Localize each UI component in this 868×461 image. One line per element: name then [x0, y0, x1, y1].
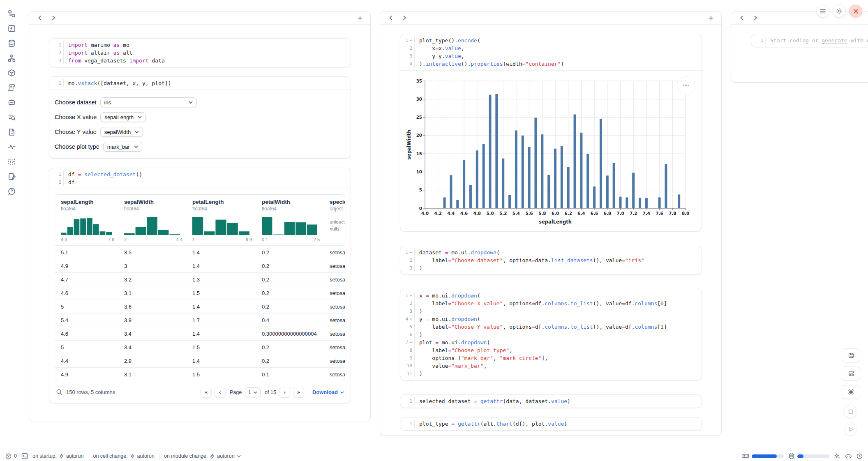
- runtime-status-button[interactable]: [856, 453, 863, 459]
- stop-button[interactable]: [844, 405, 857, 418]
- line-number: 1: [400, 37, 414, 44]
- line-number: 7: [400, 339, 414, 346]
- first-page-button[interactable]: «: [201, 387, 212, 398]
- snippets-icon[interactable]: [7, 157, 16, 166]
- collapse-right-icon[interactable]: [399, 13, 410, 23]
- code-line: 9 options=["mark_bar", "mark_circle"],: [400, 354, 702, 362]
- activity-icon[interactable]: [7, 142, 16, 151]
- chart-options-button[interactable]: [677, 76, 695, 95]
- copilot-button[interactable]: [845, 454, 852, 459]
- run-button[interactable]: [844, 422, 857, 436]
- close-button[interactable]: [849, 5, 862, 18]
- code-line: 1selected_dataset = getattr(data, datase…: [400, 397, 702, 405]
- collapse-left-icon[interactable]: [34, 13, 45, 23]
- fold-chevron-icon[interactable]: [409, 341, 412, 343]
- fold-chevron-icon[interactable]: [409, 295, 412, 297]
- save-button[interactable]: [842, 348, 860, 362]
- code-editor[interactable]: 1mo.vstack([dataset, x, y, plot]): [49, 77, 351, 90]
- page-select[interactable]: 1: [245, 387, 261, 397]
- fold-chevron-icon[interactable]: [409, 39, 412, 41]
- dataframe-table: sepalLengthfloat644.37.9sepalWidthfloat6…: [55, 194, 345, 381]
- line-number: 1: [400, 292, 414, 300]
- collapse-left-icon[interactable]: [736, 13, 747, 23]
- function-icon[interactable]: [7, 24, 16, 33]
- table-cell: 3.2: [118, 277, 187, 283]
- code-line: 3from vega_datasets import data: [49, 57, 351, 65]
- dropdown[interactable]: iris: [100, 97, 197, 107]
- line-number: 1: [400, 397, 414, 405]
- altair-chart[interactable]: 4.04.24.44.64.85.05.25.45.65.86.06.26.46…: [406, 76, 694, 227]
- cell-chart: 1plot_type().encode(2 x=x.value,3 y=y.va…: [400, 34, 702, 232]
- column-histogram: [262, 216, 317, 235]
- table-cell: 3.6: [118, 304, 187, 310]
- code-text: y = mo.ui.dropdown(: [414, 315, 702, 323]
- collapse-left-icon[interactable]: [385, 13, 396, 23]
- add-column-icon[interactable]: [706, 13, 716, 23]
- code-line: 3): [400, 264, 702, 272]
- fold-chevron-icon[interactable]: [409, 251, 412, 254]
- code-editor[interactable]: 1plot_type = getattr(alt.Chart(df), plot…: [400, 417, 702, 430]
- column-header[interactable]: sepalWidthfloat6424.4: [118, 195, 187, 245]
- code-editor[interactable]: 1df = selected_dataset()2df: [49, 168, 351, 189]
- keyboard-shortcuts-button[interactable]: ⌘: [842, 385, 860, 399]
- svg-text:5.4: 5.4: [512, 211, 520, 216]
- prev-page-button[interactable]: ‹: [215, 387, 226, 398]
- dropdown[interactable]: sepalLength: [100, 112, 146, 122]
- line-number: 2: [49, 178, 63, 186]
- code-editor[interactable]: 1dataset = mo.ui.dropdown(2 label="Choos…: [400, 246, 702, 274]
- code-editor[interactable]: 1import marimo as mo2import altair as al…: [49, 39, 351, 67]
- file-tree-icon[interactable]: [7, 9, 16, 18]
- svg-text:6.4: 6.4: [577, 211, 585, 216]
- ai-button[interactable]: [834, 453, 840, 459]
- collapse-right-icon[interactable]: [750, 13, 761, 23]
- table-cell: setosa: [324, 358, 345, 364]
- script-icon[interactable]: [7, 83, 16, 92]
- add-column-icon[interactable]: [355, 13, 365, 23]
- column-header[interactable]: sepalLengthfloat644.37.9: [55, 195, 118, 245]
- package-icon[interactable]: [7, 68, 16, 77]
- terminal-button[interactable]: [21, 453, 28, 459]
- layout-button[interactable]: [842, 366, 860, 380]
- on-startup-setting[interactable]: on startup: autorun: [32, 453, 83, 459]
- next-page-button[interactable]: ›: [279, 387, 290, 398]
- gear-icon: [836, 8, 843, 14]
- line-number: 3: [400, 52, 414, 60]
- table-cell: 3.4: [118, 331, 187, 337]
- fold-chevron-icon[interactable]: [409, 318, 412, 320]
- last-page-button[interactable]: »: [293, 387, 304, 398]
- chat-bot-icon[interactable]: [7, 98, 16, 107]
- dependency-graph-icon[interactable]: [7, 53, 16, 62]
- logs-icon[interactable]: [7, 113, 16, 122]
- table-cell: 0.2: [256, 263, 324, 269]
- code-editor[interactable]: 1selected_dataset = getattr(data, datase…: [400, 395, 702, 408]
- chevron-down-icon: [189, 101, 193, 104]
- chevron-down-icon: [254, 391, 257, 394]
- search-icon[interactable]: [56, 389, 63, 396]
- dropdown[interactable]: mark_bar: [103, 142, 142, 152]
- settings-button[interactable]: [833, 5, 846, 18]
- database-icon[interactable]: [7, 39, 16, 48]
- column-header[interactable]: petalLengthfloat6416.9: [187, 195, 256, 245]
- scratchpad-icon[interactable]: [7, 172, 16, 181]
- table-cell: setosa: [324, 331, 345, 337]
- document-icon[interactable]: [7, 127, 16, 136]
- code-editor[interactable]: 1Start coding or generate with AI: [751, 34, 868, 47]
- column-header[interactable]: speciesobjectunique:nulls:: [324, 195, 345, 245]
- code-editor[interactable]: 1plot_type().encode(2 x=x.value,3 y=y.va…: [400, 34, 702, 70]
- code-text: plot_type().encode(: [414, 37, 702, 44]
- menu-button[interactable]: [816, 5, 829, 18]
- svg-text:25: 25: [416, 115, 422, 120]
- collapse-right-icon[interactable]: [48, 13, 59, 23]
- dropdown[interactable]: sepalWidth: [100, 127, 143, 137]
- svg-text:sepalWidth: sepalWidth: [406, 129, 412, 159]
- svg-text:30: 30: [416, 97, 422, 101]
- code-line: 2 x=x.value,: [400, 44, 702, 52]
- code-editor[interactable]: 1x = mo.ui.dropdown(2 label="Choose X va…: [400, 289, 702, 380]
- help-icon[interactable]: [7, 187, 16, 196]
- cell-imports: 1import marimo as mo2import altair as al…: [49, 38, 351, 67]
- column-header[interactable]: petalWidthfloat640.12.5: [256, 195, 324, 245]
- on-module-change-setting[interactable]: on module change: autorun: [164, 453, 241, 459]
- download-button[interactable]: Download: [312, 389, 344, 395]
- on-cell-change-setting[interactable]: on cell change: autorun: [93, 453, 155, 459]
- error-indicator[interactable]: 0: [5, 453, 17, 459]
